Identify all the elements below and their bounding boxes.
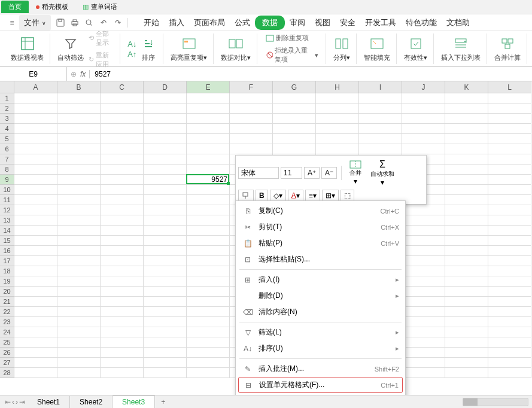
cell[interactable]: [316, 144, 359, 154]
font-color-button[interactable]: A▾: [288, 190, 303, 202]
cell[interactable]: [101, 266, 144, 276]
cell[interactable]: [273, 134, 316, 144]
row-header[interactable]: 2: [0, 103, 14, 114]
cell[interactable]: [187, 93, 230, 103]
cell[interactable]: [187, 266, 230, 276]
ctx-insert[interactable]: ⊞插入(I)▸: [236, 272, 405, 288]
row-header[interactable]: 11: [0, 195, 14, 205]
format-button[interactable]: ⬚: [341, 190, 354, 202]
cell[interactable]: [14, 215, 57, 226]
cell[interactable]: [402, 114, 445, 124]
format-painter-icon[interactable]: [238, 190, 254, 202]
font-name-input[interactable]: [238, 167, 279, 179]
cell[interactable]: [316, 134, 359, 144]
cell[interactable]: [14, 246, 57, 256]
ribbon-pivot[interactable]: 数据透视表: [5, 34, 50, 64]
cell[interactable]: [488, 124, 531, 134]
ribbon-dropdown[interactable]: 插入下拉列表: [435, 34, 487, 64]
formula-input[interactable]: 9527: [90, 70, 532, 78]
cell[interactable]: [230, 124, 273, 134]
row-header[interactable]: 26: [0, 348, 14, 358]
row-header[interactable]: 24: [0, 327, 14, 337]
cell[interactable]: [316, 114, 359, 124]
cell[interactable]: [57, 195, 101, 205]
menu-view[interactable]: 视图: [310, 15, 335, 31]
tab-dict[interactable]: ▥查单词语: [75, 1, 124, 13]
menu-formula[interactable]: 公式: [230, 15, 255, 31]
cell[interactable]: [445, 215, 488, 226]
cell[interactable]: [187, 337, 230, 348]
ribbon-validity[interactable]: 有效性▾: [398, 34, 434, 64]
cell[interactable]: [144, 307, 187, 317]
cell[interactable]: [488, 236, 531, 246]
cell[interactable]: [316, 124, 359, 134]
menu-start[interactable]: 开始: [139, 15, 164, 31]
cell[interactable]: [445, 246, 488, 256]
cell[interactable]: [14, 276, 57, 287]
cell[interactable]: [57, 114, 101, 124]
cell[interactable]: [101, 93, 144, 103]
cell[interactable]: [230, 114, 273, 124]
cell[interactable]: [187, 215, 230, 226]
cell[interactable]: [402, 368, 445, 378]
cell[interactable]: [187, 195, 230, 205]
cell[interactable]: [144, 337, 187, 348]
row-header[interactable]: 27: [0, 358, 14, 368]
cell[interactable]: [57, 266, 101, 276]
sheet-tab[interactable]: Sheet1: [28, 396, 70, 408]
col-header[interactable]: J: [402, 81, 445, 93]
row-header[interactable]: 8: [0, 165, 14, 175]
file-menu[interactable]: 文件 ∨: [19, 15, 51, 31]
ctx-filter[interactable]: ▽筛选(L)▸: [236, 324, 405, 340]
cell[interactable]: [359, 103, 402, 114]
cell[interactable]: [57, 317, 101, 327]
cell[interactable]: [402, 144, 445, 154]
cell[interactable]: [57, 103, 101, 114]
cell[interactable]: [488, 337, 531, 348]
cell[interactable]: [488, 144, 531, 154]
cell[interactable]: [101, 297, 144, 307]
col-header[interactable]: I: [359, 81, 402, 93]
cell[interactable]: [14, 256, 57, 266]
cell[interactable]: [445, 368, 488, 378]
cell[interactable]: [187, 297, 230, 307]
col-header[interactable]: L: [488, 81, 531, 93]
cell[interactable]: [316, 93, 359, 103]
cell[interactable]: [187, 165, 230, 175]
cell[interactable]: [359, 144, 402, 154]
ctx-cut[interactable]: ✂剪切(T)Ctrl+X: [236, 219, 405, 235]
menu-layout[interactable]: 页面布局: [189, 15, 230, 31]
cell[interactable]: [144, 317, 187, 327]
cell[interactable]: [402, 266, 445, 276]
cell[interactable]: [187, 327, 230, 337]
cell[interactable]: [144, 246, 187, 256]
cell[interactable]: [402, 226, 445, 236]
sheet-nav-last-icon[interactable]: ⇥: [19, 398, 25, 406]
cell[interactable]: [144, 195, 187, 205]
cell[interactable]: [187, 246, 230, 256]
cell[interactable]: [402, 337, 445, 348]
cell[interactable]: [488, 175, 531, 185]
row-header[interactable]: 20: [0, 287, 14, 297]
cell[interactable]: [101, 358, 144, 368]
cell[interactable]: [144, 93, 187, 103]
cell[interactable]: [445, 124, 488, 134]
cell[interactable]: [144, 256, 187, 266]
ribbon-compare[interactable]: 数据对比▾: [215, 34, 257, 64]
cell[interactable]: [144, 154, 187, 165]
cell[interactable]: [488, 93, 531, 103]
cell[interactable]: [101, 103, 144, 114]
cell[interactable]: [402, 215, 445, 226]
cell[interactable]: [187, 205, 230, 215]
cell[interactable]: [488, 368, 531, 378]
row-header[interactable]: 4: [0, 124, 14, 134]
cell[interactable]: [445, 307, 488, 317]
col-header[interactable]: B: [57, 81, 101, 93]
ribbon-split[interactable]: 分列▾: [327, 34, 357, 64]
cell[interactable]: [488, 215, 531, 226]
cell[interactable]: [445, 195, 488, 205]
cell[interactable]: [14, 165, 57, 175]
ctx-paste[interactable]: 📋粘贴(P)Ctrl+V: [236, 235, 405, 251]
cell[interactable]: [488, 103, 531, 114]
cell[interactable]: [57, 185, 101, 195]
